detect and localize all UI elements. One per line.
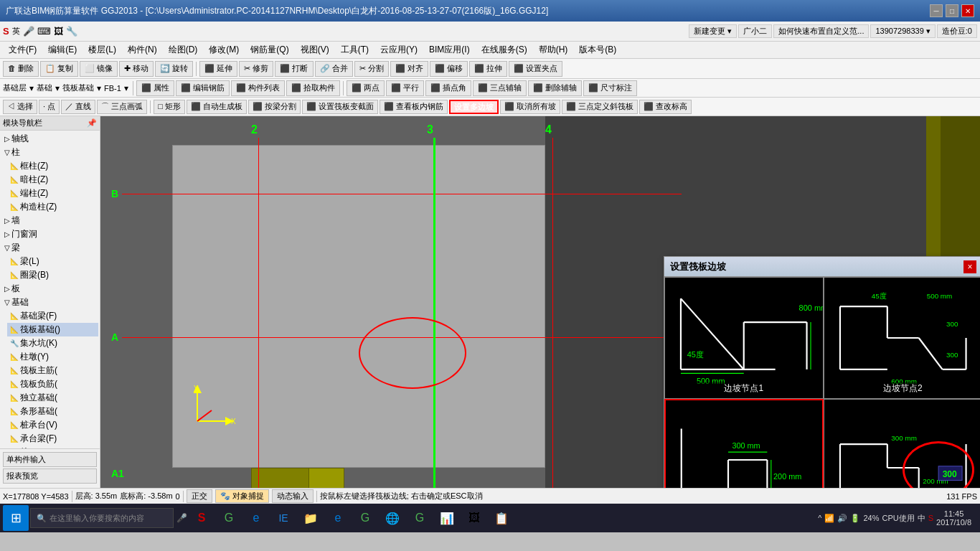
angle-btn[interactable]: ⬛ 插点角 — [425, 80, 471, 96]
offset-btn[interactable]: ⬛ 偏移 — [430, 61, 468, 77]
taskapp-edge[interactable]: e — [243, 505, 269, 531]
break-btn[interactable]: ⬛ 打断 — [275, 61, 313, 77]
sidebar-item-end-column[interactable]: 📐端柱(Z) — [7, 187, 98, 200]
system-clock[interactable]: 11:45 2017/10/8 — [936, 509, 971, 527]
node2-cell[interactable]: 500 mm 300 300 45度 600 mm 边坡节点2 — [824, 277, 981, 399]
sidebar-item-ring-beam[interactable]: 📐圈梁(B) — [7, 268, 98, 282]
taskbar-search[interactable]: 🔍 在这里输入你要搜索的内容 — [30, 508, 174, 528]
split-btn[interactable]: ✂ 分割 — [354, 61, 389, 77]
del-aux-btn[interactable]: ⬛ 删除辅轴 — [528, 80, 582, 96]
sidebar-item-strip[interactable]: 📐条形基础( — [7, 405, 98, 418]
menu-modify[interactable]: 修改(M) — [203, 42, 245, 57]
align-btn[interactable]: ⬛ 对齐 — [390, 61, 428, 77]
sidebar-item-wall[interactable]: ▷墙 — [1, 214, 98, 227]
taskapp-app6[interactable]: 🖼 — [461, 505, 487, 531]
sogou-keyboard-icon[interactable]: ⌨ — [37, 26, 51, 37]
start-button[interactable]: ⊞ — [3, 505, 29, 531]
taskapp-app2[interactable]: e — [325, 505, 351, 531]
component-list-btn[interactable]: ⬛ 构件列表 — [231, 80, 285, 96]
parallel-btn[interactable]: ⬛ 平行 — [386, 80, 424, 96]
sidebar-item-axis[interactable]: ▷轴线 — [1, 132, 98, 146]
stretch-btn[interactable]: ⬛ 拉伸 — [469, 61, 507, 77]
sogou-tool-icon[interactable]: 🔧 — [66, 26, 77, 37]
sidebar-item-isolated[interactable]: 📐独立基础( — [7, 391, 98, 405]
sidebar-item-frame-column[interactable]: 📐框柱(Z) — [7, 159, 98, 173]
sidebar-item-column[interactable]: ▽柱 — [1, 146, 98, 159]
menu-tools[interactable]: 工具(T) — [335, 42, 374, 57]
canvas-area[interactable]: 2 3 4 B A A1 X Y — [100, 116, 980, 488]
new-change-btn[interactable]: 新建变更 ▾ — [689, 24, 737, 38]
property-btn[interactable]: ⬛ 属性 — [136, 80, 174, 96]
taskapp-folder[interactable]: 📁 — [298, 505, 324, 531]
menu-file[interactable]: 文件(F) — [3, 42, 42, 57]
close-button[interactable]: ✕ — [961, 4, 974, 17]
quick-layout-btn[interactable]: 如何快速布置自定义范... — [773, 24, 869, 38]
taskapp-app4[interactable]: G — [407, 505, 433, 531]
delete-btn[interactable]: 🗑 删除 — [3, 61, 39, 77]
report-preview-btn[interactable]: 报表预览 — [3, 468, 97, 484]
dynamic-input-btn[interactable]: 动态输入 — [272, 489, 314, 503]
guangxiao-btn[interactable]: 广小二 — [738, 24, 772, 38]
sidebar-item-raft-main[interactable]: 📐筏板主筋( — [7, 364, 98, 377]
taskapp-app5[interactable]: 📊 — [434, 505, 460, 531]
pick-component-btn[interactable]: ⬛ 拾取构件 — [286, 80, 340, 96]
taskapp-ie[interactable]: IE — [270, 505, 296, 531]
grip-btn[interactable]: ⬛ 设置夹点 — [509, 61, 562, 77]
menu-cloud[interactable]: 云应用(Y) — [374, 42, 423, 57]
taskapp-s[interactable]: S — [189, 505, 215, 531]
arc-btn[interactable]: ⌒ 三点画弧 — [97, 100, 147, 114]
coins-btn[interactable]: 造价豆:0 — [937, 24, 977, 38]
cancel-slope-btn[interactable]: ⬛ 取消所有坡 — [500, 100, 560, 114]
tray-lang[interactable]: 中 — [918, 513, 925, 524]
edit-rebar-btn[interactable]: ⬛ 编辑钢筋 — [176, 80, 230, 96]
move-btn[interactable]: ✚ 移动 — [119, 61, 154, 77]
merge-btn[interactable]: 🔗 合并 — [315, 61, 353, 77]
taskapp-web[interactable]: 🌐 — [380, 505, 405, 531]
dialog-close-btn[interactable]: × — [963, 260, 976, 273]
taskapp-app1[interactable]: G — [216, 505, 242, 531]
snap-btn[interactable]: 🐾 对象捕捉 — [215, 489, 269, 503]
extend-btn[interactable]: ⬛ 延伸 — [199, 61, 237, 77]
menu-help[interactable]: 帮助(H) — [533, 42, 574, 57]
set-slope-btn[interactable]: 设置多边坡 — [449, 100, 499, 114]
set-cross-btn[interactable]: ⬛ 设置筏板变截面 — [302, 100, 378, 114]
mic-icon[interactable]: 🎤 — [176, 513, 187, 523]
phone-btn[interactable]: 13907298339 ▾ — [870, 24, 935, 38]
ortho-btn[interactable]: 正交 — [187, 489, 212, 503]
menu-floor[interactable]: 楼层(L) — [83, 42, 122, 57]
sidebar-item-sump[interactable]: 🔧集水坑(K) — [7, 336, 98, 350]
menu-online[interactable]: 在线服务(S) — [476, 42, 533, 57]
mirror-btn[interactable]: ⬜ 镜像 — [80, 61, 118, 77]
sidebar-item-found-beam[interactable]: 📐基础梁(F) — [7, 309, 98, 323]
sidebar-item-slab[interactable]: ▷板 — [1, 282, 98, 296]
sogou-skin-icon[interactable]: 🖼 — [54, 26, 63, 37]
sogou-mic-icon[interactable]: 🎤 — [23, 26, 34, 37]
sidebar-item-cap-beam[interactable]: 📐承台梁(F) — [7, 432, 98, 446]
taskapp-app3[interactable]: G — [352, 505, 378, 531]
select-btn[interactable]: ◁ 选择 — [3, 100, 37, 114]
rotate-btn[interactable]: 🔄 旋转 — [155, 61, 193, 77]
sidebar-item-pile-cap[interactable]: 📐桩承台(V) — [7, 418, 98, 432]
split-beam-btn[interactable]: ⬛ 按梁分割 — [248, 100, 301, 114]
menu-component[interactable]: 构件(N) — [122, 42, 163, 57]
point-btn[interactable]: · 点 — [39, 100, 60, 114]
sidebar-item-door[interactable]: ▷门窗洞 — [1, 227, 98, 241]
node1-cell[interactable]: 500 mm 800 mm 45度 边坡节点1 — [664, 277, 824, 399]
menu-bim[interactable]: BIM应用(I) — [423, 42, 476, 57]
trim-btn[interactable]: ✂ 修剪 — [239, 61, 273, 77]
sidebar-item-hidden-column[interactable]: 📐暗柱(Z) — [7, 173, 98, 187]
height-btn[interactable]: ⬛ 查改标高 — [639, 100, 692, 114]
line-btn[interactable]: ／ 直线 — [61, 100, 95, 114]
auto-slab-btn[interactable]: ⬛ 自动生成板 — [187, 100, 247, 114]
sidebar-item-struct-column[interactable]: 📐构造柱(Z) — [7, 200, 98, 214]
tray-ime[interactable]: S — [928, 514, 933, 522]
single-input-btn[interactable]: 单构件输入 — [3, 452, 97, 467]
sidebar-item-foundation[interactable]: ▽基础 — [1, 296, 98, 309]
taskapp-app7[interactable]: 📋 — [489, 505, 514, 531]
menu-view[interactable]: 视图(V) — [295, 42, 335, 57]
minimize-button[interactable]: ─ — [930, 4, 943, 17]
menu-rebar[interactable]: 钢筋量(Q) — [245, 42, 294, 57]
node3-cell[interactable]: 300 mm 200 mm 边坡节点3 — [664, 399, 824, 488]
menu-draw[interactable]: 绘图(D) — [163, 42, 204, 57]
tray-network[interactable]: 📶 — [824, 514, 834, 523]
